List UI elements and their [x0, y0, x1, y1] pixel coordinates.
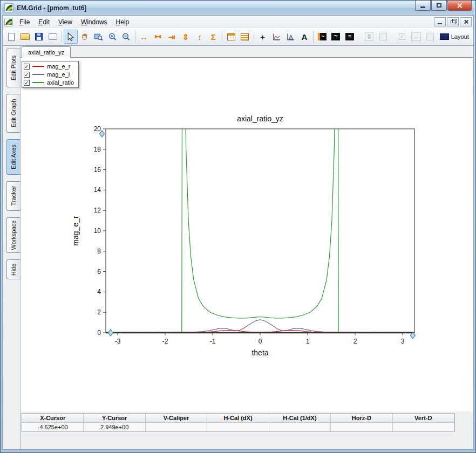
zoom-in-tool-icon [108, 32, 117, 42]
status-col-h-cal-dx-: H-Cal (dX) [207, 414, 269, 422]
mdi-window-controls [433, 17, 472, 26]
y-tick-label: 12 [94, 207, 101, 214]
expand-vertical-button[interactable]: ⇕ [179, 30, 193, 44]
waveform-multi-view-icon [345, 33, 354, 40]
content-area: axial_ratio_yz mag_e_rmag_e_laxial_ratio… [21, 46, 473, 449]
text-tool-button[interactable]: A [297, 30, 311, 44]
y-tick-label: 8 [97, 248, 101, 255]
x-tick-label: -2 [162, 338, 168, 345]
expand-horizontal-button[interactable]: ↔ [137, 30, 151, 44]
legend-checkbox[interactable] [24, 72, 30, 78]
sidebar-tab-edit-axes[interactable]: Edit Axes [6, 139, 20, 175]
pan-tool-button[interactable] [78, 30, 92, 44]
save-file-button[interactable] [32, 30, 46, 44]
sidebar-tab-workspace[interactable]: Workspace [6, 217, 20, 253]
layout-toggle-button[interactable]: Layout [437, 30, 472, 44]
x-tick-label: 2 [353, 338, 357, 345]
minimize-icon [420, 6, 425, 8]
y-axis-label: mag_e_r [71, 216, 80, 246]
title-bar[interactable]: EM.Grid - [pmom_tut6] [2, 1, 474, 15]
document-logo-icon [4, 18, 13, 26]
menu-bar: FileEditViewWindowsHelp [2, 15, 474, 28]
toolbar-separator [222, 31, 222, 43]
data-columns-button[interactable] [224, 30, 238, 44]
zoom-window-tool-icon [94, 32, 103, 42]
select-tool-icon [66, 32, 75, 42]
status-value-vert-d [393, 422, 454, 431]
legend-checkbox[interactable] [24, 80, 30, 86]
open-file-button[interactable] [18, 30, 32, 44]
minimize-button[interactable] [415, 1, 431, 11]
add-marker-icon: + [260, 33, 265, 41]
menu-windows[interactable]: Windows [77, 16, 112, 28]
fit-vertical-locked-icon: ⇕ [365, 32, 373, 41]
waveform-view-button[interactable] [329, 30, 343, 44]
zoom-in-tool-button[interactable] [105, 30, 119, 44]
x-tick-label: 0 [259, 338, 262, 345]
cursor-readout-table: X-CursorY-CursorV-CaliperH-Cal (dX)H-Cal… [22, 413, 455, 432]
sidebar-tab-hide[interactable]: Hide [6, 259, 20, 279]
mdi-restore-button[interactable] [447, 17, 459, 26]
toolbar-separator [254, 31, 254, 43]
add-marker-button[interactable]: + [256, 30, 270, 44]
layout-icon [440, 33, 449, 40]
legend-label: axial_ratio [47, 79, 74, 86]
axes-delta-button[interactable] [283, 30, 297, 44]
print-button[interactable] [46, 30, 60, 44]
status-value-v-caliper [146, 422, 207, 431]
toolbar: ↔▶◀⇥⇕↕Σ+A⇕↔Layout [2, 28, 474, 46]
save-file-icon [35, 33, 43, 40]
waveform-multi-view-button[interactable] [343, 30, 357, 44]
mdi-close-button[interactable] [460, 17, 472, 26]
sidebar-tab-edit-plots[interactable]: Edit Plots [6, 49, 20, 87]
mdi-minimize-icon [438, 23, 442, 24]
close-button[interactable] [447, 1, 472, 11]
y-tick-label: 14 [94, 186, 101, 194]
sidebar-tabs: Edit PlotsEdit GraphEdit AxesTrackerWork… [3, 46, 21, 449]
close-icon [457, 3, 463, 9]
plot-area [106, 129, 414, 333]
fit-horizontal-button[interactable]: ⇥ [165, 30, 179, 44]
menu-edit[interactable]: Edit [34, 16, 54, 28]
zoom-out-tool-button[interactable] [119, 30, 133, 44]
compress-horizontal-button[interactable]: ▶◀ [151, 30, 165, 44]
expand-horizontal-icon: ↔ [140, 33, 148, 41]
status-value-horz-d [331, 422, 392, 431]
status-value-y-cursor: 2.949e+00 [84, 422, 145, 431]
fit-vertical-button[interactable]: ↕ [193, 30, 207, 44]
legend: mag_e_rmag_e_laxial_ratio [22, 61, 79, 88]
select-tool-button[interactable] [64, 30, 78, 44]
open-file-icon [21, 33, 30, 40]
tab-label: axial_ratio_yz [28, 49, 64, 56]
legend-checkbox[interactable] [24, 64, 30, 70]
sum-range-button[interactable]: Σ [207, 30, 221, 44]
y-tick-label: 18 [94, 146, 101, 153]
new-file-button[interactable] [4, 30, 18, 44]
y-tick-label: 2 [97, 308, 101, 316]
mdi-restore-icon [451, 20, 455, 24]
main-area: Edit PlotsEdit GraphEdit AxesTrackerWork… [2, 46, 474, 450]
chart[interactable]: 02468101214161820-3-2-10123axial_ratio_y… [21, 58, 473, 411]
menu-help[interactable]: Help [112, 16, 134, 28]
legend-label: mag_e_r [47, 63, 70, 70]
zoom-window-tool-button[interactable] [92, 30, 106, 44]
sidebar-tab-label: Edit Axes [10, 145, 17, 169]
colormap-view-button[interactable] [315, 30, 329, 44]
sidebar-tab-edit-graph[interactable]: Edit Graph [6, 94, 20, 133]
new-file-icon [8, 33, 15, 41]
fit-vertical-locked-button: ⇕ [362, 30, 376, 44]
fit-horizontal-locked-icon: ↔ [411, 32, 421, 41]
menu-view[interactable]: View [54, 16, 77, 28]
axes-plot-button[interactable] [270, 30, 284, 44]
data-rows-button[interactable] [238, 30, 252, 44]
sidebar-tab-label: Workspace [10, 220, 17, 250]
y-tick-label: 10 [94, 227, 101, 235]
maximize-button[interactable] [431, 1, 447, 11]
tab-axial-ratio-yz[interactable]: axial_ratio_yz [22, 46, 71, 58]
compress-horizontal-icon: ▶◀ [155, 35, 160, 39]
sidebar-tab-tracker[interactable]: Tracker [6, 181, 20, 211]
menu-file[interactable]: File [15, 16, 34, 28]
status-col-vert-d: Vert-D [393, 414, 454, 422]
plot-canvas[interactable]: mag_e_rmag_e_laxial_ratio 02468101214161… [21, 57, 473, 411]
mdi-minimize-button[interactable] [434, 17, 446, 26]
